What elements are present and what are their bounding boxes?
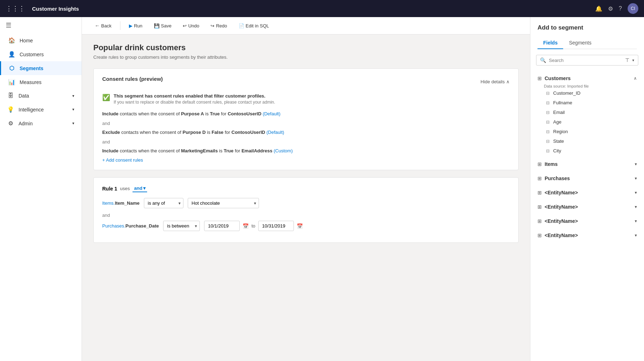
rule-field-1: Items.Item_Name (102, 200, 140, 206)
table-icon-entity4: ⊞ (537, 232, 542, 238)
filter-icon[interactable]: ⊤ (625, 57, 629, 63)
condition-select-1[interactable]: is any of is not any of is (144, 198, 183, 208)
edit-sql-button[interactable]: 📄 Edit in SQL (234, 21, 274, 31)
admin-icon: ⚙ (7, 120, 14, 127)
consent-card-title: Consent rules (preview) (102, 76, 163, 82)
tab-segments[interactable]: Segments (563, 37, 597, 49)
sidebar-item-data[interactable]: 🗄 Data ▾ (0, 89, 82, 103)
field-icon: ⊟ (546, 100, 550, 105)
page-body: Popular drink customers Create rules to … (82, 35, 530, 258)
sidebar-toggle[interactable]: ☰ (0, 17, 82, 33)
field-icon: ⊟ (546, 120, 550, 125)
rule-field-2: Purchases.Purchase_Date (102, 223, 159, 229)
expand-icon: ▾ (72, 121, 74, 126)
notification-icon[interactable]: 🔔 (595, 5, 602, 12)
sidebar-item-admin[interactable]: ⚙ Admin ▾ (0, 116, 82, 130)
rule-connector-1: and (102, 213, 510, 218)
add-consent-button[interactable]: + Add consent rules (102, 157, 143, 163)
expand-icon: ▾ (72, 107, 74, 112)
field-group-purchases-header[interactable]: ⊞ Purchases ▾ (536, 173, 638, 184)
field-group-customers: ⊞ Customers ∧ Data source: Imported file… (530, 71, 644, 157)
consent-connector-2: and (102, 139, 510, 145)
field-group-entity3-header[interactable]: ⊞ <EntityName> ▾ (536, 215, 638, 227)
save-icon: 💾 (154, 23, 160, 28)
sidebar-item-measures[interactable]: 📊 Measures (0, 75, 82, 89)
field-region[interactable]: ⊟ Region (536, 127, 638, 136)
calendar-icon-from[interactable]: 📅 (243, 223, 249, 229)
tab-fields[interactable]: Fields (537, 37, 563, 49)
field-city[interactable]: ⊟ City (536, 146, 638, 156)
sidebar-item-home[interactable]: 🏠 Home (0, 33, 82, 47)
page-subtitle: Create rules to group customers into seg… (93, 54, 519, 60)
date-from-input[interactable] (204, 221, 240, 231)
search-icon: 🔍 (540, 57, 546, 63)
search-box: 🔍 ⊤ ▾ (536, 55, 638, 66)
save-button[interactable]: 💾 Save (150, 21, 176, 31)
field-age[interactable]: ⊟ Age (536, 117, 638, 127)
sql-icon: 📄 (239, 23, 244, 28)
sidebar-item-segments[interactable]: ⬡ Segments (0, 61, 82, 75)
consent-card-header: Consent rules (preview) Hide details ∧ (102, 76, 510, 88)
hide-details-button[interactable]: Hide details ∧ (481, 79, 510, 84)
table-icon-entity2: ⊞ (537, 204, 542, 210)
table-icon-purchases: ⊞ (537, 176, 542, 181)
redo-icon: ↪ (211, 23, 214, 28)
field-group-entity2-header[interactable]: ⊞ <EntityName> ▾ (536, 201, 638, 213)
field-group-customers-header[interactable]: ⊞ Customers ∧ (536, 73, 638, 84)
consent-rule-2: Exclude contacts when the consent of Pur… (102, 129, 510, 136)
segments-icon: ⬡ (8, 65, 15, 72)
field-state[interactable]: ⊟ State (536, 136, 638, 146)
table-icon-entity1: ⊞ (537, 190, 542, 195)
rule-uses-label: uses (120, 186, 130, 191)
date-to-input[interactable] (258, 221, 294, 231)
field-fullname[interactable]: ⊟ Fullname (536, 98, 638, 108)
date-input-wrapper: 📅 to 📅 (204, 221, 303, 231)
chevron-down-filter-icon[interactable]: ▾ (632, 58, 634, 63)
field-group-entity1-label: <EntityName> (545, 190, 578, 195)
intelligence-icon: 💡 (7, 106, 14, 113)
field-group-items-header[interactable]: ⊞ Items ▾ (536, 158, 638, 170)
field-icon: ⊟ (546, 139, 550, 144)
toolbar: ← Back ▶ Run 💾 Save ↩ Undo ↪ (82, 17, 530, 35)
settings-icon[interactable]: ⚙ (608, 5, 613, 12)
date-to-label: to (251, 223, 255, 229)
right-panel: Add to segment Fields Segments 🔍 ⊤ ▾ (530, 17, 644, 361)
search-input[interactable] (549, 58, 622, 63)
field-name-1: Item_Name (115, 200, 139, 206)
rule-row-1: Items.Item_Name is any of is not any of … (102, 198, 510, 208)
home-icon: 🏠 (8, 37, 15, 44)
avatar[interactable]: CI (628, 3, 638, 14)
field-icon: ⊟ (546, 129, 550, 134)
field-label: Age (553, 119, 561, 125)
redo-button[interactable]: ↪ Redo (206, 21, 231, 31)
field-group-entity4-header[interactable]: ⊞ <EntityName> ▾ (536, 230, 638, 241)
calendar-icon-to[interactable]: 📅 (297, 223, 303, 229)
condition-wrapper-1: is any of is not any of is (144, 198, 183, 208)
right-panel-title: Add to segment (537, 24, 637, 31)
purchases-chevron-icon: ▾ (635, 176, 637, 181)
sidebar-item-customers[interactable]: 👤 Customers (0, 47, 82, 61)
field-label: Email (553, 110, 565, 115)
sidebar-item-label: Customers (20, 52, 44, 57)
rule-title: Rule 1 (102, 186, 117, 192)
sidebar: ☰ 🏠 Home 👤 Customers ⬡ Segments 📊 Measur… (0, 17, 82, 361)
condition-select-2[interactable]: is between is before is after (163, 221, 200, 231)
field-label: Fullname (553, 100, 572, 105)
sidebar-item-label: Home (20, 38, 33, 43)
field-group-items-label: Items (545, 161, 558, 167)
rule-operator-button[interactable]: and ▾ (133, 185, 147, 192)
value-select-1[interactable]: Hot chocolate (188, 198, 259, 208)
help-icon[interactable]: ? (619, 5, 622, 12)
sidebar-item-label: Segments (20, 66, 43, 71)
field-email[interactable]: ⊟ Email (536, 108, 638, 117)
measures-icon: 📊 (8, 79, 15, 85)
field-group-entity1-header[interactable]: ⊞ <EntityName> ▾ (536, 187, 638, 198)
sidebar-item-intelligence[interactable]: 💡 Intelligence ▾ (0, 103, 82, 116)
undo-icon: ↩ (183, 23, 187, 28)
undo-button[interactable]: ↩ Undo (178, 21, 203, 31)
field-group-entity4: ⊞ <EntityName> ▾ (530, 228, 644, 242)
run-button[interactable]: ▶ Run (125, 21, 147, 31)
back-button[interactable]: ← Back (90, 21, 116, 31)
grid-icon[interactable]: ⋮⋮⋮ (6, 5, 25, 12)
field-customer-id[interactable]: ⊟ Customer_ID (536, 88, 638, 98)
